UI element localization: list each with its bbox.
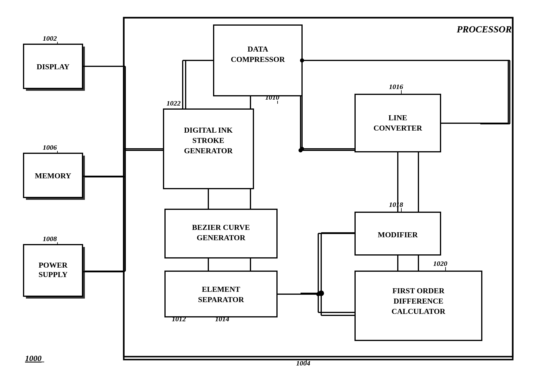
- svg-text:COMPRESSOR: COMPRESSOR: [231, 55, 285, 64]
- svg-text:1002: 1002: [43, 34, 57, 42]
- svg-rect-33: [24, 153, 83, 197]
- svg-text:1022: 1022: [166, 99, 181, 107]
- svg-text:LINE: LINE: [388, 113, 407, 122]
- svg-rect-40: [214, 25, 302, 96]
- svg-rect-29: [26, 47, 85, 91]
- svg-point-15: [319, 291, 323, 295]
- svg-text:1018: 1018: [389, 201, 403, 208]
- svg-point-22: [298, 148, 303, 152]
- svg-text:1000: 1000: [25, 354, 42, 363]
- svg-text:SUPPLY: SUPPLY: [39, 270, 68, 279]
- svg-rect-53: [355, 94, 441, 152]
- svg-text:1012: 1012: [172, 315, 186, 323]
- svg-rect-30: [24, 44, 83, 88]
- svg-text:1008: 1008: [43, 235, 57, 243]
- svg-text:POWER: POWER: [39, 261, 67, 269]
- svg-rect-32: [26, 156, 85, 200]
- svg-text:CALCULATOR: CALCULATOR: [392, 307, 446, 316]
- svg-text:1004: 1004: [296, 359, 310, 367]
- svg-point-94: [300, 58, 304, 62]
- svg-rect-58: [355, 271, 482, 340]
- svg-text:SEPARATOR: SEPARATOR: [198, 295, 244, 304]
- svg-text:GENERATOR: GENERATOR: [197, 233, 245, 242]
- svg-text:STROKE: STROKE: [192, 136, 224, 145]
- svg-text:MODIFIER: MODIFIER: [378, 230, 418, 239]
- svg-rect-47: [165, 209, 277, 258]
- svg-rect-43: [164, 109, 253, 189]
- svg-text:DIFFERENCE: DIFFERENCE: [393, 297, 443, 305]
- svg-text:CONVERTER: CONVERTER: [373, 124, 422, 132]
- svg-rect-39: [124, 18, 513, 360]
- svg-text:BEZIER CURVE: BEZIER CURVE: [192, 223, 250, 232]
- svg-text:1006: 1006: [43, 144, 57, 151]
- svg-point-101: [316, 292, 320, 296]
- svg-text:1010: 1010: [265, 93, 279, 101]
- svg-text:1020: 1020: [433, 260, 447, 267]
- svg-text:GENERATOR: GENERATOR: [184, 146, 232, 155]
- svg-point-97: [300, 147, 304, 151]
- svg-text:MEMORY: MEMORY: [35, 172, 71, 180]
- svg-text:ELEMENT: ELEMENT: [202, 285, 240, 294]
- svg-text:DIGITAL INK: DIGITAL INK: [184, 126, 233, 134]
- svg-text:PROCESSOR: PROCESSOR: [456, 24, 512, 34]
- svg-text:1014: 1014: [215, 315, 229, 323]
- svg-text:1016: 1016: [389, 83, 403, 90]
- svg-text:FIRST ORDER: FIRST ORDER: [392, 286, 445, 295]
- svg-rect-1: [124, 18, 513, 357]
- svg-rect-56: [355, 212, 441, 255]
- svg-rect-50: [165, 271, 277, 317]
- svg-text:DATA: DATA: [248, 45, 268, 53]
- svg-rect-35: [26, 247, 85, 299]
- svg-rect-36: [24, 245, 83, 296]
- svg-text:DISPLAY: DISPLAY: [37, 62, 70, 71]
